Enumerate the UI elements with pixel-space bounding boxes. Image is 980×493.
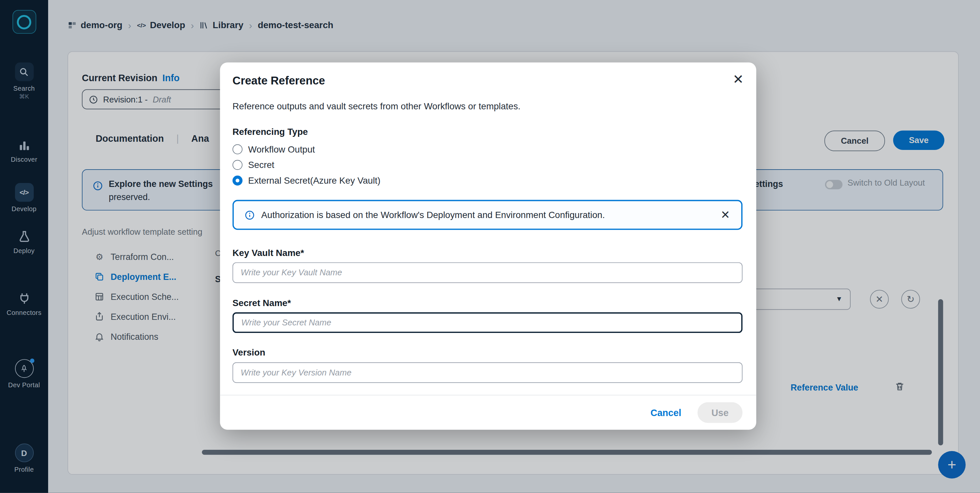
key-vault-name-input[interactable] [232,262,743,283]
radio-label: External Secret(Azure Key Vault) [248,176,380,185]
version-label: Version [232,347,265,357]
app-root: Search ⌘K Discover </> Develop Deploy Co… [0,0,980,493]
modal-cancel-button[interactable]: Cancel [651,407,681,418]
info-icon [244,210,255,220]
radio-circle-icon [232,160,243,170]
use-button[interactable]: Use [698,402,743,423]
modal-footer: Cancel Use [220,395,756,430]
radio-label: Workflow Output [248,144,315,154]
alert-close-icon[interactable]: ✕ [721,208,730,222]
key-vault-name-label: Key Vault Name* [232,248,304,258]
referencing-type-label: Referencing Type [232,127,308,137]
modal-title: Create Reference [232,74,325,87]
secret-name-label: Secret Name* [232,298,291,308]
authorization-alert: Authorization is based on the Workflow's… [232,200,743,230]
close-icon[interactable]: ✕ [733,72,744,86]
radio-label: Secret [248,160,274,170]
version-input[interactable] [232,362,743,383]
modal-subtitle: Reference outputs and vault secrets from… [232,101,520,111]
radio-external-secret[interactable]: External Secret(Azure Key Vault) [232,174,380,187]
secret-name-input[interactable] [232,312,743,333]
create-reference-modal: Create Reference ✕ Reference outputs and… [220,62,756,430]
alert-text: Authorization is based on the Workflow's… [261,210,605,220]
radio-secret[interactable]: Secret [232,159,274,171]
radio-circle-icon [232,144,243,154]
radio-workflow-output[interactable]: Workflow Output [232,143,315,155]
radio-checked-icon [232,176,243,185]
